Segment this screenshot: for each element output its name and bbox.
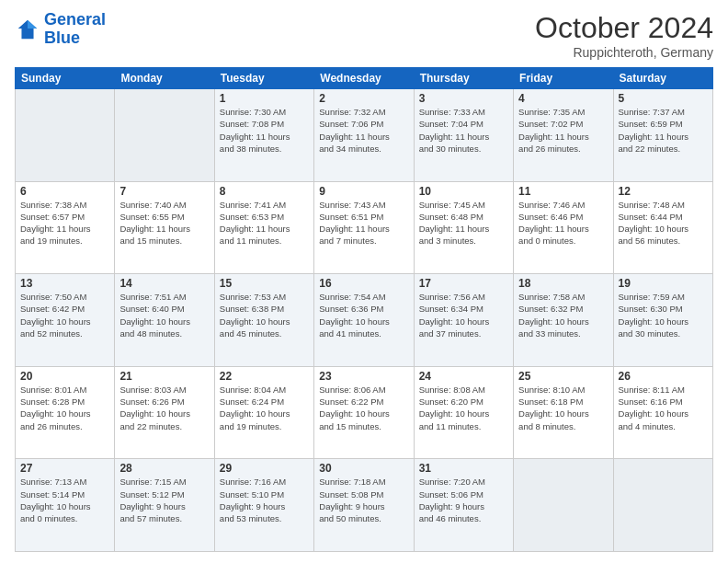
calendar-weekday-thursday: Thursday — [414, 68, 513, 89]
day-number: 4 — [518, 92, 608, 105]
calendar-table: SundayMondayTuesdayWednesdayThursdayFrid… — [15, 67, 713, 552]
day-number: 5 — [619, 92, 708, 105]
calendar-cell: 8Sunrise: 7:41 AM Sunset: 6:53 PM Daylig… — [214, 181, 313, 274]
day-detail: Sunrise: 7:46 AM Sunset: 6:46 PM Dayligh… — [518, 199, 608, 247]
day-number: 30 — [319, 462, 408, 475]
calendar-cell: 14Sunrise: 7:51 AM Sunset: 6:40 PM Dayli… — [115, 274, 214, 367]
svg-marker-1 — [28, 20, 37, 29]
day-number: 15 — [220, 277, 309, 290]
calendar-cell: 27Sunrise: 7:13 AM Sunset: 5:14 PM Dayli… — [16, 459, 115, 552]
day-number: 23 — [319, 370, 408, 383]
day-detail: Sunrise: 7:30 AM Sunset: 7:08 PM Dayligh… — [220, 106, 309, 155]
day-number: 19 — [619, 277, 708, 290]
calendar-cell: 7Sunrise: 7:40 AM Sunset: 6:55 PM Daylig… — [115, 181, 214, 274]
calendar-cell: 5Sunrise: 7:37 AM Sunset: 6:59 PM Daylig… — [613, 89, 712, 182]
day-detail: Sunrise: 7:59 AM Sunset: 6:30 PM Dayligh… — [619, 291, 708, 339]
calendar-cell: 16Sunrise: 7:54 AM Sunset: 6:36 PM Dayli… — [314, 274, 414, 367]
calendar-cell: 6Sunrise: 7:38 AM Sunset: 6:57 PM Daylig… — [16, 181, 115, 274]
calendar-cell — [514, 459, 613, 552]
calendar-cell: 20Sunrise: 8:01 AM Sunset: 6:28 PM Dayli… — [16, 366, 115, 459]
day-detail: Sunrise: 7:45 AM Sunset: 6:48 PM Dayligh… — [419, 199, 508, 247]
day-number: 17 — [419, 277, 508, 290]
calendar-cell: 15Sunrise: 7:53 AM Sunset: 6:38 PM Dayli… — [214, 274, 313, 367]
calendar-week-row: 6Sunrise: 7:38 AM Sunset: 6:57 PM Daylig… — [16, 181, 713, 274]
day-number: 2 — [319, 92, 408, 105]
day-detail: Sunrise: 8:11 AM Sunset: 6:16 PM Dayligh… — [619, 384, 708, 432]
logo-icon — [15, 17, 40, 42]
day-detail: Sunrise: 7:54 AM Sunset: 6:36 PM Dayligh… — [319, 291, 408, 339]
day-number: 7 — [119, 185, 209, 198]
day-detail: Sunrise: 7:32 AM Sunset: 7:06 PM Dayligh… — [319, 106, 408, 155]
title-block: October 2024 Ruppichteroth, Germany — [535, 11, 713, 60]
day-detail: Sunrise: 7:13 AM Sunset: 5:14 PM Dayligh… — [20, 476, 109, 524]
day-detail: Sunrise: 7:33 AM Sunset: 7:04 PM Dayligh… — [419, 106, 508, 155]
day-number: 20 — [20, 370, 109, 383]
calendar-cell: 31Sunrise: 7:20 AM Sunset: 5:06 PM Dayli… — [414, 459, 513, 552]
day-number: 12 — [619, 185, 708, 198]
day-number: 26 — [619, 370, 708, 383]
day-detail: Sunrise: 7:51 AM Sunset: 6:40 PM Dayligh… — [119, 291, 209, 339]
day-detail: Sunrise: 7:40 AM Sunset: 6:55 PM Dayligh… — [119, 199, 209, 247]
calendar-cell: 19Sunrise: 7:59 AM Sunset: 6:30 PM Dayli… — [613, 274, 712, 367]
day-detail: Sunrise: 8:10 AM Sunset: 6:18 PM Dayligh… — [518, 384, 608, 432]
day-number: 9 — [319, 185, 408, 198]
calendar-cell: 10Sunrise: 7:45 AM Sunset: 6:48 PM Dayli… — [414, 181, 513, 274]
calendar-cell — [16, 89, 115, 182]
header: General Blue October 2024 Ruppichteroth,… — [15, 11, 713, 60]
day-number: 21 — [119, 370, 209, 383]
day-detail: Sunrise: 7:20 AM Sunset: 5:06 PM Dayligh… — [419, 476, 508, 524]
day-detail: Sunrise: 7:37 AM Sunset: 6:59 PM Dayligh… — [619, 106, 708, 155]
calendar-cell: 30Sunrise: 7:18 AM Sunset: 5:08 PM Dayli… — [314, 459, 414, 552]
location: Ruppichteroth, Germany — [535, 45, 713, 60]
logo: General Blue — [15, 11, 106, 48]
calendar-cell: 4Sunrise: 7:35 AM Sunset: 7:02 PM Daylig… — [514, 89, 613, 182]
day-detail: Sunrise: 7:50 AM Sunset: 6:42 PM Dayligh… — [20, 291, 109, 339]
day-detail: Sunrise: 8:01 AM Sunset: 6:28 PM Dayligh… — [20, 384, 109, 432]
day-number: 3 — [419, 92, 508, 105]
day-detail: Sunrise: 7:48 AM Sunset: 6:44 PM Dayligh… — [619, 199, 708, 247]
calendar-cell: 17Sunrise: 7:56 AM Sunset: 6:34 PM Dayli… — [414, 274, 513, 367]
calendar-weekday-sunday: Sunday — [16, 68, 115, 89]
calendar-cell: 23Sunrise: 8:06 AM Sunset: 6:22 PM Dayli… — [314, 366, 414, 459]
month-year: October 2024 — [535, 11, 713, 45]
day-detail: Sunrise: 7:38 AM Sunset: 6:57 PM Dayligh… — [20, 199, 109, 247]
day-number: 18 — [518, 277, 608, 290]
calendar-cell: 1Sunrise: 7:30 AM Sunset: 7:08 PM Daylig… — [214, 89, 313, 182]
day-number: 1 — [220, 92, 309, 105]
calendar-cell: 3Sunrise: 7:33 AM Sunset: 7:04 PM Daylig… — [414, 89, 513, 182]
day-number: 27 — [20, 462, 109, 475]
calendar-weekday-saturday: Saturday — [613, 68, 712, 89]
calendar-cell: 12Sunrise: 7:48 AM Sunset: 6:44 PM Dayli… — [613, 181, 712, 274]
day-detail: Sunrise: 8:04 AM Sunset: 6:24 PM Dayligh… — [220, 384, 309, 432]
calendar-cell: 25Sunrise: 8:10 AM Sunset: 6:18 PM Dayli… — [514, 366, 613, 459]
day-number: 22 — [220, 370, 309, 383]
day-number: 16 — [319, 277, 408, 290]
day-detail: Sunrise: 8:06 AM Sunset: 6:22 PM Dayligh… — [319, 384, 408, 432]
day-detail: Sunrise: 7:35 AM Sunset: 7:02 PM Dayligh… — [518, 106, 608, 155]
day-number: 11 — [518, 185, 608, 198]
calendar-cell: 26Sunrise: 8:11 AM Sunset: 6:16 PM Dayli… — [613, 366, 712, 459]
calendar-week-row: 27Sunrise: 7:13 AM Sunset: 5:14 PM Dayli… — [16, 459, 713, 552]
calendar-cell: 2Sunrise: 7:32 AM Sunset: 7:06 PM Daylig… — [314, 89, 414, 182]
day-number: 13 — [20, 277, 109, 290]
day-number: 10 — [419, 185, 508, 198]
page: General Blue October 2024 Ruppichteroth,… — [0, 0, 728, 563]
day-detail: Sunrise: 7:41 AM Sunset: 6:53 PM Dayligh… — [220, 199, 309, 247]
day-detail: Sunrise: 7:18 AM Sunset: 5:08 PM Dayligh… — [319, 476, 408, 524]
calendar-cell: 22Sunrise: 8:04 AM Sunset: 6:24 PM Dayli… — [214, 366, 313, 459]
calendar-weekday-wednesday: Wednesday — [314, 68, 414, 89]
calendar-header-row: SundayMondayTuesdayWednesdayThursdayFrid… — [16, 68, 713, 89]
calendar-cell — [115, 89, 214, 182]
day-number: 31 — [419, 462, 508, 475]
calendar-cell: 29Sunrise: 7:16 AM Sunset: 5:10 PM Dayli… — [214, 459, 313, 552]
calendar-cell: 24Sunrise: 8:08 AM Sunset: 6:20 PM Dayli… — [414, 366, 513, 459]
day-number: 29 — [220, 462, 309, 475]
calendar-weekday-monday: Monday — [115, 68, 214, 89]
calendar-cell: 13Sunrise: 7:50 AM Sunset: 6:42 PM Dayli… — [16, 274, 115, 367]
calendar-weekday-tuesday: Tuesday — [214, 68, 313, 89]
day-detail: Sunrise: 8:08 AM Sunset: 6:20 PM Dayligh… — [419, 384, 508, 432]
day-number: 25 — [518, 370, 608, 383]
day-number: 28 — [119, 462, 209, 475]
calendar-week-row: 20Sunrise: 8:01 AM Sunset: 6:28 PM Dayli… — [16, 366, 713, 459]
day-detail: Sunrise: 7:43 AM Sunset: 6:51 PM Dayligh… — [319, 199, 408, 247]
